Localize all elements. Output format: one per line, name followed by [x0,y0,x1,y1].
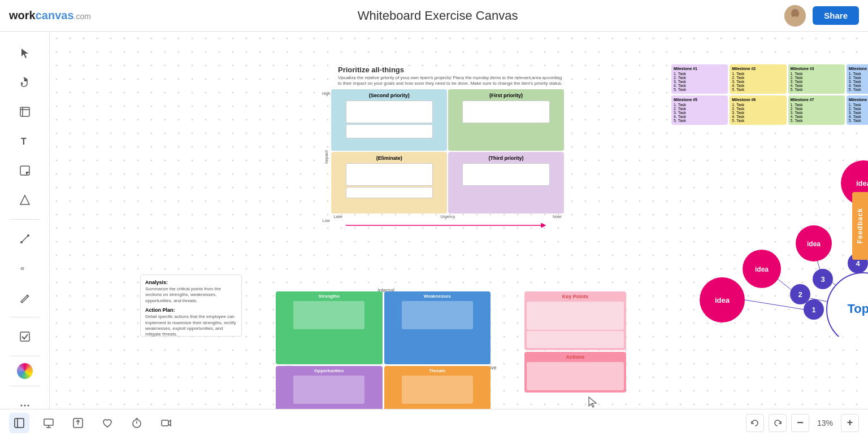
hand-tool[interactable] [12,70,37,95]
logo-work: work [9,9,36,21]
swot-grid: Strengths Weaknesses Opportunities Threa… [276,291,491,409]
analysis-box: Analysis: Summarize the critical points … [140,274,242,337]
svg-line-10 [21,236,28,242]
left-toolbar: T « [0,32,50,436]
canvas-area[interactable]: Prioritize all-things Visualize the rela… [50,32,868,409]
svg-text:4: 4 [856,259,860,268]
frame-tool[interactable] [12,99,37,124]
text-tool[interactable]: T [12,129,37,154]
share-button[interactable]: Share [813,6,859,25]
header: workcanvas.com Whiteboard Exercise Canva… [0,0,868,32]
priority-matrix: Prioritize all-things Visualize the rela… [321,66,564,232]
redo-button[interactable] [769,414,787,432]
svg-text:3: 3 [821,275,824,284]
export-button[interactable] [68,413,88,433]
svg-rect-8 [20,166,29,175]
pencil-tool[interactable] [12,285,37,310]
x-axis-right: Now! [553,215,562,219]
pm-subtitle: Visualize the relative priority of your … [338,75,564,87]
logo-canvas: canvas [36,9,74,21]
svg-rect-59 [44,419,53,425]
svg-text:T: T [21,137,27,146]
checkbox-tool[interactable] [12,324,37,349]
shapes-tool[interactable] [12,188,37,212]
pm-title: Prioritize all-things [338,66,564,74]
logo: workcanvas.com [9,9,91,22]
sidebar-toggle-button[interactable] [9,413,29,433]
swot-threats: Threats [384,366,491,409]
bottom-left-tools [9,413,176,433]
x-axis-left: Later [333,215,342,219]
pm-second: (Second priority) [331,89,447,151]
svg-text:2: 2 [798,290,802,299]
y-axis-label: Impact [324,150,329,164]
select-tool[interactable] [12,41,37,66]
action-title: Action Plan: [145,307,237,313]
color-picker[interactable] [17,363,33,379]
kp-keypoints: Key Points [524,291,626,350]
svg-text:idea: idea [755,265,769,273]
divider-4 [10,386,39,386]
action-text: Detail specific actions that the employe… [145,314,237,338]
divider-1 [10,219,39,220]
kp-actions: Actions [524,352,626,393]
pm-eliminate: (Eliminate) [331,152,447,213]
avatar[interactable] [784,5,806,27]
arrow-tool[interactable]: « [12,256,37,281]
y-axis-low: Low [323,219,330,223]
svg-rect-57 [15,418,24,428]
swot-weaknesses: Weaknesses [384,291,491,364]
x-axis-label: Urgency [440,215,455,219]
analysis-text: Summarize the critical points from the s… [145,286,237,304]
milestone-tables: Milestone #1 1. Task2. Task3. Task4. Tas… [671,64,868,125]
video-button[interactable] [156,413,176,433]
sticky-tool[interactable] [12,158,37,183]
whiteboard-content: Prioritize all-things Visualize the rela… [50,32,868,409]
y-axis-high: High [322,91,330,95]
zoom-in-button[interactable]: + [841,414,859,432]
divider-3 [10,356,39,356]
pm-third: (Third priority) [448,152,564,213]
logo-com: .com [74,12,91,21]
svg-rect-67 [162,420,168,426]
svg-text:Topic: Topic [847,302,868,316]
mind-map: Topic 1 2 3 4 5 6 7 idea [688,156,868,337]
timer-button[interactable] [127,413,147,433]
swot-opportunities: Opportunities [276,366,383,409]
svg-text:idea: idea [715,296,730,304]
feedback-tab[interactable]: Feedback [852,192,868,260]
svg-text:«: « [20,264,24,272]
svg-rect-14 [20,332,29,341]
connector-tool[interactable] [12,226,37,251]
zoom-level: 13% [814,418,836,428]
like-button[interactable] [97,413,118,433]
svg-rect-4 [20,107,29,116]
header-right: Share [784,5,859,27]
feedback-label: Feedback [856,208,864,243]
svg-point-17 [27,405,29,407]
divider-2 [10,317,39,317]
analysis-title: Analysis: [145,280,237,285]
svg-text:1: 1 [811,306,815,314]
undo-button[interactable] [746,414,764,432]
zoom-out-button[interactable]: − [791,414,809,432]
svg-point-11 [20,241,23,243]
svg-marker-3 [21,49,28,58]
swot-strengths: Strengths [276,291,383,364]
svg-text:idea: idea [807,240,821,248]
pm-first: (First priority) [448,89,564,151]
svg-text:idea: idea [856,179,868,188]
bottom-toolbar: − 13% + [0,409,868,436]
page-title: Whiteboard Exercise Canvas [358,8,518,23]
svg-point-15 [20,405,22,407]
present-button[interactable] [38,413,59,433]
svg-point-12 [27,234,29,237]
bottom-right-controls: − 13% + [746,414,859,432]
svg-marker-9 [20,195,29,204]
svg-point-16 [24,405,25,407]
key-points: Key Points Actions [524,291,626,409]
